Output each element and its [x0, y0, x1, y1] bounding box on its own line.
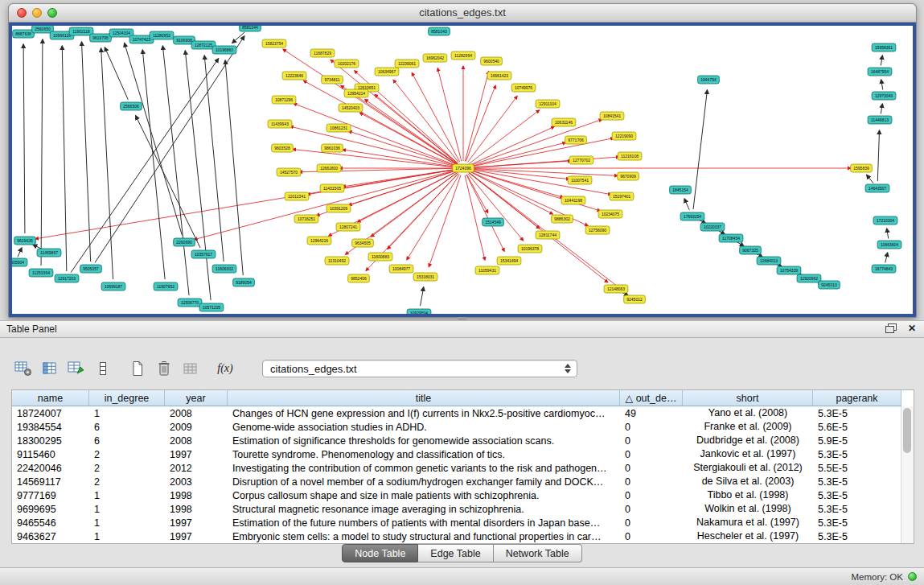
graph-node[interactable]: 12223646 — [282, 72, 306, 80]
graph-node[interactable]: 10754339 — [777, 266, 801, 274]
graph-node[interactable]: 12917203 — [55, 274, 79, 282]
graph-node[interactable]: 11439943 — [268, 120, 292, 128]
graph-node[interactable]: 11012341 — [285, 192, 309, 200]
graph-node[interactable]: 10571235 — [199, 303, 224, 311]
graph-edge[interactable] — [881, 80, 883, 90]
graph-edge[interactable] — [887, 229, 889, 239]
graph-edge[interactable] — [470, 142, 566, 167]
graph-node[interactable]: 11687829 — [310, 49, 335, 57]
graph-node[interactable]: 2260690 — [174, 238, 195, 246]
graph-node[interactable]: 9603528 — [272, 144, 294, 152]
graph-node[interactable]: 9619635 — [14, 237, 36, 245]
graph-node[interactable]: 10391209 — [326, 204, 351, 212]
close-panel-icon[interactable]: ✕ — [906, 323, 918, 334]
graph-node[interactable]: 9886302 — [552, 215, 573, 223]
graph-node[interactable]: 10441198 — [561, 196, 585, 204]
graph-node[interactable]: 8581044 — [240, 26, 261, 31]
graph-node[interactable]: 17210304 — [873, 216, 897, 225]
graph-node[interactable]: 8581043 — [429, 27, 450, 35]
graph-edge[interactable] — [142, 50, 165, 279]
graph-node[interactable]: 12872125 — [191, 41, 216, 49]
graph-edge[interactable] — [95, 36, 244, 263]
graph-node[interactable]: 15318031 — [413, 273, 437, 281]
graph-edge[interactable] — [437, 68, 462, 162]
graph-node[interactable]: 11600883 — [368, 253, 392, 261]
graph-edge[interactable] — [412, 72, 460, 162]
table-selector-dropdown[interactable]: citations_edges.txt — [262, 360, 577, 377]
graph-node[interactable]: 9245012 — [624, 295, 646, 303]
network-graph-canvas[interactable]: 1724096106349671261065114520403108612319… — [12, 26, 913, 314]
table-row[interactable]: 1938455462009Genome-wide association stu… — [12, 420, 914, 434]
graph-node[interactable]: 12811744 — [536, 231, 560, 239]
graph-node[interactable]: 9852406 — [348, 274, 370, 282]
column-header-out-de[interactable]: △ out_de… — [620, 390, 683, 406]
rows-icon[interactable] — [92, 358, 113, 379]
delete-column-icon[interactable] — [154, 358, 175, 379]
graph-node[interactable]: 12973049 — [872, 92, 896, 100]
graph-node[interactable]: 10749976 — [511, 84, 536, 92]
graph-node[interactable]: 11446813 — [868, 116, 892, 124]
tab-network-table[interactable]: Network Table — [494, 544, 582, 562]
graph-node[interactable]: 10929504 — [407, 309, 431, 314]
graph-node[interactable]: 10663604 — [877, 241, 901, 249]
graph-node[interactable]: 10905904 — [12, 258, 27, 266]
column-header-year[interactable]: year — [165, 390, 228, 406]
graph-node[interactable]: 10699187 — [101, 282, 125, 290]
table-scrollbar-thumb[interactable] — [903, 408, 911, 453]
graph-edge[interactable] — [881, 104, 882, 114]
table-row[interactable]: 1456911722003Disruption of a novel membe… — [12, 475, 914, 488]
table-row[interactable]: 1872400712008Changes of HCN gene express… — [12, 406, 914, 420]
graph-edge[interactable] — [82, 42, 91, 262]
graph-node[interactable]: 9670909 — [618, 172, 639, 180]
table-row[interactable]: 969969511998Structural magnetic resonanc… — [12, 502, 914, 516]
graph-node[interactable]: 9067325 — [740, 246, 762, 254]
column-header-short[interactable]: short — [683, 390, 813, 406]
graph-edge[interactable] — [407, 175, 459, 260]
graph-edge[interactable] — [105, 47, 128, 100]
graph-node[interactable]: 11059431 — [475, 266, 499, 274]
graph-node[interactable]: 10196378 — [518, 245, 542, 253]
graph-node[interactable]: 11253364 — [29, 269, 53, 277]
graph-edge[interactable] — [465, 72, 488, 162]
graph-node[interactable]: 9189054 — [233, 278, 255, 286]
table-row[interactable]: 1830029562008Estimation of significance … — [12, 434, 914, 447]
window-titlebar[interactable]: citations_edges.txt — [9, 4, 916, 23]
table-mode-icon[interactable] — [13, 358, 34, 379]
graph-node[interactable]: 15823754 — [262, 39, 286, 47]
graph-node[interactable]: 14527570 — [277, 168, 301, 176]
graph-node[interactable]: 12239061 — [395, 60, 419, 68]
graph-node[interactable]: 12506770 — [178, 299, 202, 307]
table-row[interactable]: 2242004622012Investigating the contribut… — [12, 461, 914, 475]
graph-node[interactable]: 17693254 — [680, 212, 704, 220]
graph-node[interactable]: 10220337 — [700, 223, 725, 231]
graph-node[interactable]: 11216108 — [618, 152, 642, 160]
table-row[interactable]: 977716911998Corpus callosum shape and si… — [12, 488, 914, 502]
graph-node[interactable]: 12219090 — [612, 132, 636, 140]
graph-edge[interactable] — [136, 116, 200, 248]
graph-node[interactable]: 12684013 — [757, 257, 781, 265]
graph-node[interactable]: 11280952 — [150, 31, 174, 39]
graph-node[interactable]: 11708454 — [719, 234, 743, 242]
graph-edge[interactable] — [421, 287, 424, 306]
graph-edge[interactable] — [684, 199, 689, 210]
graph-edge[interactable] — [867, 175, 873, 183]
graph-edge[interactable] — [881, 56, 882, 66]
graph-node[interactable]: 16961423 — [487, 72, 511, 80]
graph-node[interactable]: 12770702 — [569, 156, 593, 164]
table-row[interactable]: 911546021997Tourette syndrome. Phenomeno… — [12, 447, 914, 461]
graph-edge[interactable] — [23, 44, 25, 233]
graph-node[interactable]: 10631146 — [552, 118, 576, 126]
graph-node[interactable]: 9771706 — [565, 136, 587, 144]
function-builder-icon[interactable]: f(x) — [215, 358, 236, 379]
graph-node[interactable]: 9734811 — [322, 76, 343, 84]
graph-node[interactable]: 10196860 — [212, 46, 236, 54]
tab-node-table[interactable]: Node Table — [342, 544, 418, 562]
column-header-title[interactable]: title — [228, 390, 620, 406]
tab-edge-table[interactable]: Edge Table — [418, 544, 493, 562]
table-row[interactable]: 946362711997Embryonic stem cells: a mode… — [12, 529, 914, 543]
graph-node[interactable]: 12756090 — [585, 226, 610, 234]
graph-node[interactable]: 1944794 — [698, 76, 720, 84]
graph-edge[interactable] — [232, 32, 244, 43]
graph-edge[interactable] — [468, 174, 524, 241]
graph-node[interactable]: 9505057 — [80, 265, 102, 273]
